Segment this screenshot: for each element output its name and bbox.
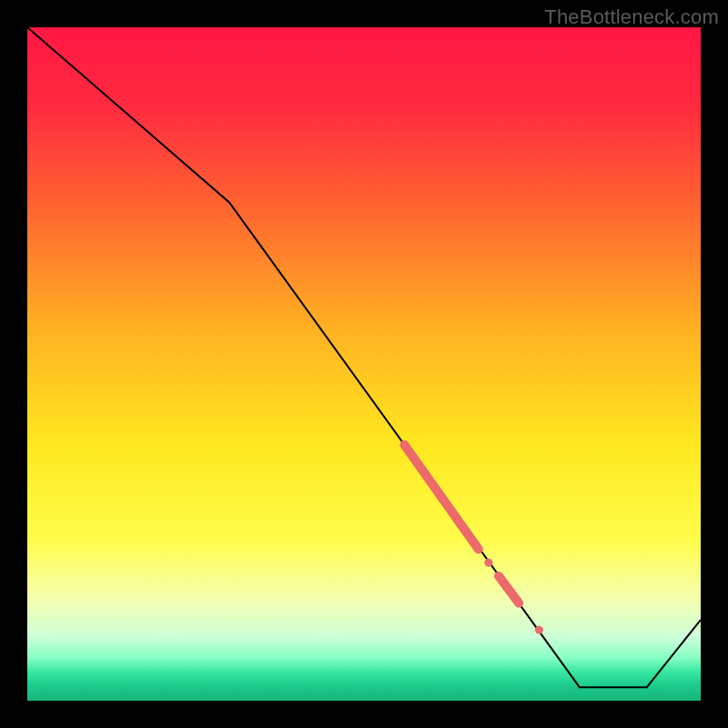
highlight-dot <box>535 626 543 634</box>
chart-background <box>27 27 701 701</box>
watermark-label: TheBottleneck.com <box>544 5 719 29</box>
chart-svg <box>27 27 701 701</box>
plot-area <box>27 27 701 701</box>
highlight-dot <box>484 559 492 567</box>
chart-container: TheBottleneck.com <box>0 0 728 728</box>
